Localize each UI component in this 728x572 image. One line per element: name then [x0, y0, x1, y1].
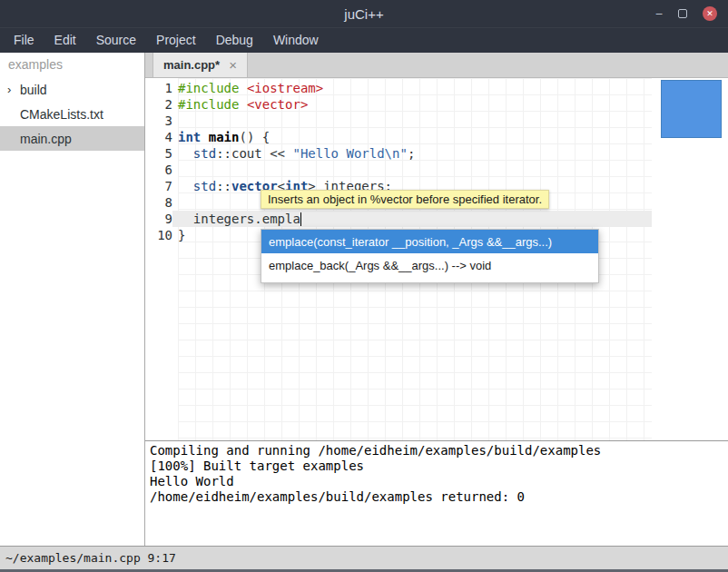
output-line: Compiling and running /home/eidheim/exam…	[150, 443, 723, 459]
code-segment	[178, 179, 193, 193]
output-panel[interactable]: Compiling and running /home/eidheim/exam…	[145, 440, 728, 546]
code-segment: ::	[216, 146, 231, 161]
code-segment: std	[193, 179, 216, 193]
scroll-overview	[652, 78, 728, 440]
editor[interactable]: 1#include <iostream>2#include <vector>34…	[145, 78, 728, 440]
menu-item-debug[interactable]: Debug	[206, 29, 263, 51]
sidebar-item-cmakelists-txt[interactable]: CMakeLists.txt	[0, 102, 144, 126]
code-segment	[239, 97, 246, 112]
code-text	[172, 113, 652, 129]
menu-item-source[interactable]: Source	[86, 29, 146, 51]
autocomplete-popup: emplace(const_iterator __position, _Args…	[261, 229, 599, 283]
editor-line-2[interactable]: 2#include <vector>	[145, 96, 652, 113]
code-segment: <vector>	[247, 97, 308, 112]
code-text: std::cout << "Hello World\n";	[172, 145, 652, 162]
line-number: 4	[145, 129, 172, 145]
code-segment: int	[178, 130, 201, 144]
file-label: CMakeLists.txt	[20, 107, 103, 122]
autocomplete-item[interactable]: emplace(const_iterator __position, _Args…	[261, 230, 598, 253]
tabbar: main.cpp* ×	[145, 53, 728, 78]
line-number: 1	[145, 80, 172, 96]
tooltip-text: Inserts an object in %vector before spec…	[268, 192, 542, 206]
code-segment: "Hello World\n"	[292, 146, 407, 161]
tab-main-cpp[interactable]: main.cpp* ×	[152, 53, 248, 77]
menu-item-file[interactable]: File	[4, 29, 44, 51]
tab-close-icon[interactable]: ×	[229, 57, 237, 73]
menu-item-edit[interactable]: Edit	[44, 29, 86, 51]
editor-column: main.cpp* × 1#include <iostream>2#includ…	[145, 53, 728, 546]
code-segment: <iostream>	[247, 81, 323, 95]
maximize-icon[interactable]	[678, 9, 687, 18]
chevron-right-icon: ›	[7, 83, 20, 96]
code-segment: integers.empla	[178, 212, 300, 226]
editor-line-1[interactable]: 1#include <iostream>	[145, 80, 652, 96]
output-line: /home/eidheim/examples/build/examples re…	[150, 489, 723, 505]
titlebar: juCi++ − ✕	[0, 0, 728, 27]
line-number: 2	[145, 96, 172, 113]
editor-line-5[interactable]: 5 std::cout << "Hello World\n";	[145, 145, 652, 162]
code-segment: std	[193, 146, 216, 161]
menubar: FileEditSourceProjectDebugWindow	[0, 27, 728, 53]
minimize-icon[interactable]: −	[655, 7, 663, 20]
close-icon[interactable]: ✕	[703, 6, 717, 21]
line-number: 5	[145, 145, 172, 162]
code-text: int main() {	[172, 129, 652, 145]
statusbar: ~/examples/main.cpp 9:17	[0, 546, 728, 572]
line-number: 7	[145, 178, 172, 194]
code-text: #include <vector>	[172, 96, 652, 113]
window-controls: − ✕	[655, 0, 717, 27]
line-number: 6	[145, 162, 172, 178]
output-line: [100%] Built target examples	[150, 459, 723, 474]
sidebar-item-build[interactable]: ›build	[0, 77, 144, 102]
main-area: examples ›buildCMakeLists.txtmain.cpp ma…	[0, 53, 728, 546]
line-number: 3	[145, 113, 172, 129]
text-cursor	[300, 212, 301, 226]
status-file-position: ~/examples/main.cpp 9:17	[5, 551, 176, 565]
sidebar-item-main-cpp[interactable]: main.cpp	[0, 126, 144, 151]
code-segment: main	[209, 130, 240, 144]
autocomplete-item[interactable]: emplace_back(_Args &&__args...) --> void	[261, 253, 598, 277]
code-segment: #include	[178, 81, 239, 95]
file-tree: ›buildCMakeLists.txtmain.cpp	[0, 77, 144, 151]
code-text	[172, 162, 652, 178]
project-name: examples	[0, 53, 144, 77]
doc-tooltip: Inserts an object in %vector before spec…	[261, 190, 549, 209]
line-number: 8	[145, 194, 172, 211]
code-segment: <<	[262, 146, 293, 161]
code-segment: #include	[178, 97, 239, 112]
code-segment: cout	[231, 146, 262, 161]
menu-item-window[interactable]: Window	[263, 29, 329, 51]
scrollbar-thumb[interactable]	[661, 80, 722, 138]
file-label: main.cpp	[20, 132, 72, 146]
code-segment	[201, 130, 208, 144]
window-title: juCi++	[344, 6, 383, 22]
editor-line-4[interactable]: 4int main() {	[145, 129, 652, 145]
editor-line-3[interactable]: 3	[145, 113, 652, 129]
editor-line-6[interactable]: 6	[145, 162, 652, 178]
file-sidebar: examples ›buildCMakeLists.txtmain.cpp	[0, 53, 145, 546]
file-label: build	[20, 83, 47, 97]
code-text: integers.empla	[172, 211, 652, 227]
line-number: 10	[145, 227, 172, 243]
code-segment: }	[178, 228, 185, 242]
code-segment	[178, 146, 193, 161]
code-segment: ::	[216, 179, 231, 193]
code-text: #include <iostream>	[172, 80, 652, 96]
code-lines: 1#include <iostream>2#include <vector>34…	[145, 78, 652, 243]
editor-line-9[interactable]: 9 integers.empla	[145, 211, 652, 227]
code-segment	[239, 81, 246, 95]
tab-label: main.cpp*	[163, 58, 220, 72]
menu-item-project[interactable]: Project	[146, 29, 206, 51]
line-number: 9	[145, 211, 172, 227]
code-segment: ;	[408, 146, 415, 161]
output-line: Hello World	[150, 474, 723, 489]
code-segment: () {	[239, 130, 270, 144]
